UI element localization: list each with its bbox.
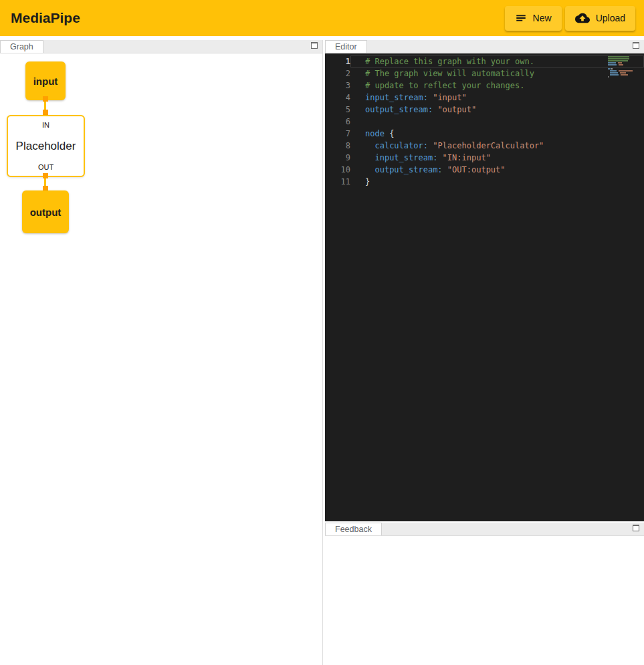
- port-square-icon: [43, 110, 48, 115]
- minimap-line: [608, 56, 635, 57]
- editor-tab-bar: Editor: [325, 40, 644, 53]
- minimap-line: [608, 60, 635, 61]
- minimap-line: [608, 76, 635, 78]
- maximize-icon-editor[interactable]: [633, 42, 639, 49]
- port-square-icon: [43, 173, 48, 178]
- code-line-text: output_stream: "output": [350, 104, 644, 116]
- placeholder-in-port: IN: [42, 121, 49, 129]
- line-number: 6: [325, 116, 350, 128]
- minimap-line: [608, 66, 635, 68]
- editor-lines[interactable]: 1# Replace this graph with your own.2# T…: [325, 53, 644, 188]
- port-square-icon: [43, 96, 48, 102]
- editor-panel: Editor 1# Replace this graph with your o…: [325, 40, 644, 521]
- code-line: 8 calculator: "PlaceholderCalculator": [325, 140, 644, 152]
- tab-editor[interactable]: Editor: [325, 40, 367, 53]
- graph-node-input[interactable]: input: [25, 61, 66, 100]
- code-line-text: # update to reflect your changes.: [350, 80, 644, 92]
- code-line-text: input_stream: "input": [350, 92, 644, 104]
- tab-graph[interactable]: Graph: [0, 40, 43, 53]
- code-line-text: input_stream: "IN:input": [350, 152, 644, 164]
- new-button[interactable]: New: [505, 6, 562, 31]
- graph-node-output[interactable]: output: [22, 190, 69, 233]
- code-line: 2# The graph view will automatically: [325, 68, 644, 80]
- line-number: 5: [325, 104, 350, 116]
- line-number: 10: [325, 164, 350, 176]
- code-line: 9 input_stream: "IN:input": [325, 152, 644, 164]
- code-line: 5output_stream: "output": [325, 104, 644, 116]
- minimap-line: [608, 70, 635, 72]
- tab-graph-label: Graph: [10, 42, 33, 51]
- app-header: MediaPipe New Upload: [0, 0, 644, 36]
- cloud-upload-icon: [575, 11, 590, 25]
- minimap-line: [608, 68, 635, 70]
- code-line-text: # Replace this graph with your own.: [350, 55, 644, 68]
- tab-feedback-label: Feedback: [335, 525, 372, 534]
- tab-editor-label: Editor: [335, 42, 357, 51]
- code-line-text: node {: [350, 128, 644, 140]
- placeholder-out-port: OUT: [38, 163, 53, 171]
- code-line: 4input_stream: "input": [325, 92, 644, 104]
- minimap-line: [608, 72, 635, 74]
- line-number: 9: [325, 152, 350, 164]
- line-number: 1: [325, 55, 350, 68]
- line-number: 8: [325, 140, 350, 152]
- tab-feedback[interactable]: Feedback: [325, 523, 382, 535]
- upload-button[interactable]: Upload: [565, 6, 635, 31]
- graph-canvas[interactable]: input IN Placeholder OUT output: [0, 53, 322, 665]
- app-title: MediaPipe: [11, 10, 80, 26]
- graph-node-placeholder[interactable]: IN Placeholder OUT: [7, 115, 85, 177]
- code-line: 11}: [325, 176, 644, 188]
- maximize-icon-graph[interactable]: [311, 42, 318, 49]
- minimap-line: [608, 58, 635, 59]
- minimap-line: [608, 62, 635, 63]
- code-line-text: [350, 116, 644, 128]
- line-number: 4: [325, 92, 350, 104]
- code-line: 6: [325, 116, 644, 128]
- line-number: 11: [325, 176, 350, 188]
- new-button-label: New: [533, 13, 552, 23]
- placeholder-title: Placeholder: [16, 140, 76, 153]
- line-number: 2: [325, 68, 350, 80]
- code-line-text: # The graph view will automatically: [350, 68, 644, 80]
- line-number: 7: [325, 128, 350, 140]
- minimap-line: [608, 74, 635, 76]
- editor-minimap[interactable]: [608, 56, 635, 78]
- menu-lines-icon: [515, 12, 527, 24]
- code-line-text: calculator: "PlaceholderCalculator": [350, 140, 644, 152]
- upload-button-label: Upload: [596, 13, 625, 23]
- feedback-panel: Feedback: [325, 523, 644, 665]
- code-line: 3# update to reflect your changes.: [325, 80, 644, 92]
- graph-panel: Graph input IN Placeholder OUT output: [0, 40, 323, 665]
- code-line-text: output_stream: "OUT:output": [350, 164, 644, 176]
- line-number: 3: [325, 80, 350, 92]
- feedback-content: [325, 536, 644, 665]
- feedback-tab-bar: Feedback: [325, 523, 644, 536]
- maximize-icon-feedback[interactable]: [633, 525, 639, 531]
- code-line: 10 output_stream: "OUT:output": [325, 164, 644, 176]
- header-buttons: New Upload: [505, 6, 635, 31]
- minimap-line: [608, 64, 635, 65]
- code-editor[interactable]: 1# Replace this graph with your own.2# T…: [325, 53, 644, 521]
- code-line: 1# Replace this graph with your own.: [325, 55, 644, 68]
- code-line: 7node {: [325, 128, 644, 140]
- graph-tab-bar: Graph: [0, 40, 322, 53]
- code-line-text: }: [350, 176, 644, 188]
